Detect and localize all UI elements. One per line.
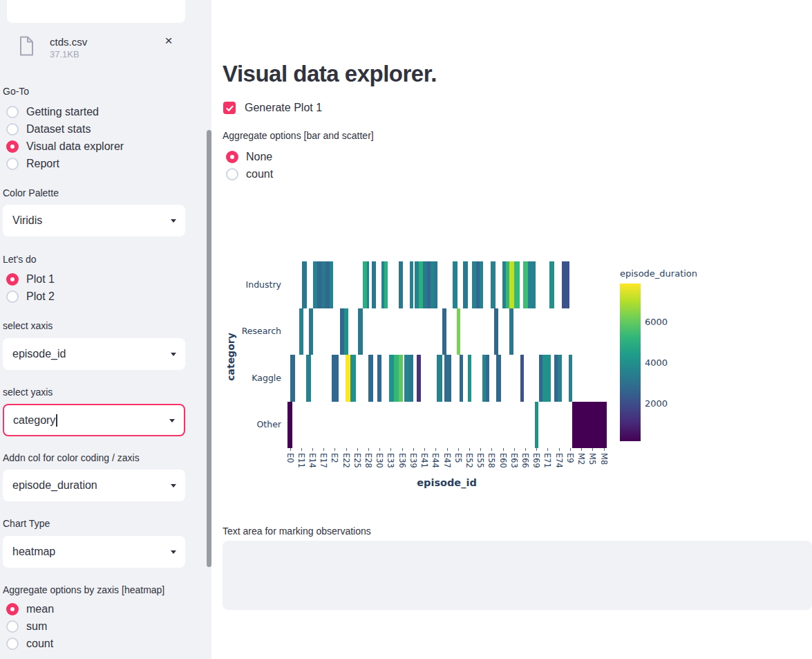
x-tick-label: E39 xyxy=(408,453,418,468)
sidebar: Browse files ctds.csv 37.1KB × Go-To Get… xyxy=(0,0,211,659)
chart-type-select[interactable]: heatmap xyxy=(3,536,185,568)
heatmap-cell xyxy=(514,261,520,308)
sidebar-scrollbar[interactable] xyxy=(207,130,211,567)
heatmap-cell xyxy=(417,355,421,402)
radio-icon xyxy=(6,290,19,303)
radio-icon xyxy=(6,620,19,633)
generate-plot1-checkbox[interactable]: Generate Plot 1 xyxy=(223,102,322,114)
heatmap-cell xyxy=(410,261,413,308)
heatmap-cell xyxy=(302,261,307,308)
remove-file-icon[interactable]: × xyxy=(161,33,176,48)
heatmap-cell xyxy=(509,261,514,308)
color-palette-label: Color Palette xyxy=(3,187,59,198)
x-tick-label: M8 xyxy=(599,453,609,465)
colorbar-title: episode_duration xyxy=(620,268,697,279)
x-tick-mark xyxy=(592,448,593,451)
x-tick-mark xyxy=(323,448,324,451)
agg-option-count[interactable]: count xyxy=(226,168,273,180)
heatmap-cell xyxy=(494,308,498,355)
y-axis-title: category xyxy=(225,322,236,391)
xaxis-select[interactable]: episode_id xyxy=(3,338,185,370)
x-tick-label: M5 xyxy=(587,453,597,465)
x-tick-label: E14 xyxy=(308,453,317,468)
agg-zaxis-option-count[interactable]: count xyxy=(6,638,53,650)
radio-checked-icon xyxy=(6,140,19,153)
zaxis-select[interactable]: episode_duration xyxy=(3,470,185,501)
x-tick-mark xyxy=(357,448,358,451)
agg-zaxis-option-sum[interactable]: sum xyxy=(6,620,47,633)
file-uploader-dropzone[interactable]: Browse files xyxy=(7,0,185,23)
x-tick-mark xyxy=(480,448,481,451)
chart-type-label: Chart Type xyxy=(3,518,50,529)
heatmap-cell xyxy=(399,261,403,308)
heatmap-cell xyxy=(306,355,311,402)
goto-group-label: Go-To xyxy=(3,86,29,97)
x-tick-mark xyxy=(458,448,459,451)
heatmap-cell xyxy=(480,261,483,308)
x-tick-label: E9 xyxy=(565,453,575,463)
heatmap-cell xyxy=(404,355,409,402)
yaxis-label: select yaxis xyxy=(3,387,53,398)
heatmap-cell xyxy=(399,355,403,402)
radio-checked-icon xyxy=(226,151,238,163)
heatmap-cell xyxy=(442,308,446,355)
x-tick-mark xyxy=(301,448,302,451)
x-tick-mark xyxy=(581,448,582,451)
x-tick-mark xyxy=(536,448,537,451)
x-tick-label: E22 xyxy=(341,453,351,468)
lets-do-option-plot1[interactable]: Plot 1 xyxy=(6,273,55,286)
x-tick-label: E44 xyxy=(431,453,440,468)
agg-zaxis-option-mean[interactable]: mean xyxy=(6,603,54,615)
heatmap-cell xyxy=(535,402,538,449)
goto-option-report[interactable]: Report xyxy=(6,158,59,170)
x-tick-mark xyxy=(334,448,335,451)
radio-icon xyxy=(6,123,19,136)
checkbox-checked-icon xyxy=(223,102,236,114)
heatmap-cell xyxy=(287,402,292,449)
radio-icon xyxy=(6,638,19,650)
x-tick-mark xyxy=(312,448,313,451)
heatmap-cell xyxy=(437,355,442,402)
agg-option-none[interactable]: None xyxy=(226,151,272,163)
x-tick-label: E66 xyxy=(520,453,530,468)
x-tick-mark xyxy=(435,448,436,451)
main-content: Visual data explorer. Generate Plot 1 Ag… xyxy=(211,0,812,659)
chevron-down-icon xyxy=(169,419,175,423)
heatmap-cell xyxy=(453,261,457,308)
observations-textarea[interactable] xyxy=(223,541,812,610)
heatmap-cell xyxy=(330,261,333,308)
radio-icon xyxy=(226,168,238,180)
lets-do-option-plot2[interactable]: Plot 2 xyxy=(6,290,55,303)
observations-label: Text area for marking observations xyxy=(223,526,371,537)
heatmap-cell xyxy=(372,261,376,308)
heatmap-plot-area[interactable] xyxy=(287,261,607,448)
x-tick-label: E58 xyxy=(487,453,496,468)
x-tick-mark xyxy=(379,448,380,451)
heatmap-cell xyxy=(332,355,339,402)
x-tick-label: E74 xyxy=(554,453,564,468)
goto-option-getting-started[interactable]: Getting started xyxy=(6,106,99,118)
chevron-down-icon xyxy=(171,219,176,223)
lets-do-group-label: Let's do xyxy=(3,254,37,265)
x-tick-mark xyxy=(413,448,414,451)
x-tick-label: E25 xyxy=(352,453,362,468)
radio-icon xyxy=(6,158,19,170)
x-tick-mark xyxy=(402,448,403,451)
color-palette-select[interactable]: Viridis xyxy=(3,205,185,236)
yaxis-select[interactable]: category xyxy=(3,404,185,436)
x-tick-label: E63 xyxy=(509,453,519,468)
heatmap-cell xyxy=(344,308,348,355)
y-tick-label: Research xyxy=(211,326,281,336)
goto-option-dataset-stats[interactable]: Dataset stats xyxy=(6,123,91,136)
heatmap-cell xyxy=(558,355,562,402)
chevron-down-icon xyxy=(171,353,176,356)
chevron-down-icon xyxy=(171,550,176,554)
goto-option-visual-data-explorer[interactable]: Visual data explorer xyxy=(6,140,124,153)
x-tick-label: E41 xyxy=(419,453,429,468)
heatmap-cell xyxy=(528,261,536,308)
x-tick-label: E47 xyxy=(442,453,452,468)
heatmap-cell xyxy=(569,355,572,402)
x-tick-label: E2 xyxy=(330,453,339,463)
x-tick-label: E36 xyxy=(397,453,407,468)
heatmap-cell xyxy=(486,355,489,402)
